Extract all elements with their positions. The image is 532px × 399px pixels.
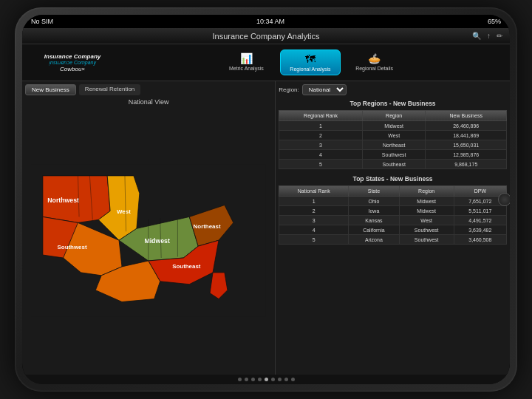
nav-area: Insurance Company ᴉnsuɹɐnɔe Company Cowb… (22, 44, 510, 81)
col-region: Region (362, 111, 426, 121)
carrier-label: No SIM (31, 18, 53, 25)
sub-content: New Business Renewal Retention National … (22, 81, 510, 375)
tab-regional[interactable]: 🗺 Regional Analysis (280, 50, 340, 75)
table-row: 4Southwest12,985,876 (279, 150, 507, 160)
title-bar: Insurance Company Analytics 🔍 ↑ ✏ (22, 28, 510, 44)
ipad-screen: No SIM 10:34 AM 65% Insurance Company An… (22, 15, 510, 384)
col-state: State (349, 186, 399, 197)
share-icon[interactable]: ↑ (487, 32, 491, 40)
tab-details-label: Regional Details (355, 66, 393, 71)
table-row: 1Midwest26,460,896 (279, 121, 507, 131)
col-dpw: DPW (454, 186, 506, 197)
battery-label: 65% (488, 18, 501, 25)
top-states-table: National Rank State Region DPW 1OhioMidw… (279, 185, 507, 245)
dot-1 (238, 378, 242, 381)
region-select[interactable]: National (302, 84, 347, 95)
tab-metric-label: Metric Analysis (229, 66, 264, 71)
table-row: 2IowaMidwest5,511,017 (279, 206, 507, 216)
col-nat-rank: National Rank (279, 186, 349, 197)
logo-area: Insurance Company ᴉnsuɹɐnɔe Company Cowb… (28, 53, 117, 72)
col-new-biz: New Business (426, 111, 507, 121)
right-panel: Region: National Top Regions - New Busin… (276, 81, 510, 375)
region-selector: Region: National (279, 84, 507, 95)
table-row: 3KansasWest4,491,572 (279, 216, 507, 225)
left-panel: New Business Renewal Retention National … (22, 81, 276, 375)
logo-line1: Insurance Company (28, 53, 117, 60)
svg-text:West: West (117, 208, 131, 215)
map-container: Northwest West Midwest Southwest Northea… (25, 109, 272, 372)
map-title: National View (25, 98, 272, 106)
sub-tab-renewal[interactable]: Renewal Retention (79, 84, 141, 95)
dot-3 (251, 378, 255, 381)
table-row: 5ArizonaSouthwest3,460,508 (279, 235, 507, 245)
metric-icon: 📊 (240, 52, 253, 64)
top-regions-title: Top Regions - New Business (279, 100, 507, 107)
usa-map: Northwest West Midwest Southwest Northea… (31, 122, 265, 358)
svg-text:Northeast: Northeast (194, 223, 221, 230)
table-row: 5Southeast9,868,175 (279, 160, 507, 169)
edit-icon[interactable]: ✏ (497, 32, 502, 40)
region-label: Region: (279, 86, 299, 93)
dot-5 (265, 378, 268, 381)
nav-tabs: 📊 Metric Analysis 🗺 Regional Analysis 🥧 … (117, 50, 504, 75)
title-bar-icons: 🔍 ↑ ✏ (472, 32, 502, 40)
col-region: Region (399, 186, 454, 197)
status-bar: No SIM 10:34 AM 65% (22, 15, 510, 28)
dot-6 (271, 378, 275, 381)
svg-text:Southwest: Southwest (58, 244, 87, 250)
table-row: 1OhioMidwest7,651,072 (279, 197, 507, 206)
home-button[interactable] (498, 193, 510, 206)
sub-tabs: New Business Renewal Retention (25, 84, 272, 95)
dot-8 (284, 378, 288, 381)
logo-line3: Cowbou× (28, 66, 117, 72)
page-dots (22, 375, 510, 384)
tab-details[interactable]: 🥧 Regional Details (345, 50, 404, 75)
tab-regional-label: Regional Analysis (290, 66, 330, 72)
regional-icon: 🗺 (305, 53, 316, 65)
details-icon: 🥧 (368, 52, 381, 64)
dot-7 (278, 378, 282, 381)
time-label: 10:34 AM (256, 18, 284, 25)
tab-metric[interactable]: 📊 Metric Analysis (216, 50, 276, 75)
ipad-frame: No SIM 10:34 AM 65% Insurance Company An… (15, 7, 517, 392)
table-row: 3Northeast15,650,031 (279, 140, 507, 150)
app-title: Insurance Company Analytics (213, 32, 320, 41)
dot-4 (258, 378, 262, 381)
sub-tab-new-business[interactable]: New Business (25, 84, 76, 95)
search-icon[interactable]: 🔍 (472, 32, 481, 40)
dot-9 (291, 378, 295, 381)
top-regions-table: Regional Rank Region New Business 1Midwe… (279, 110, 507, 169)
dot-2 (245, 378, 248, 381)
logo-line2: ᴉnsuɹɐnɔe Company (28, 60, 117, 66)
table-row: 2West18,441,869 (279, 131, 507, 140)
main-content: Insurance Company ᴉnsuɹɐnɔe Company Cowb… (22, 44, 510, 384)
top-states-title: Top States - New Business (279, 175, 507, 183)
svg-text:Southeast: Southeast (173, 263, 202, 270)
svg-text:Northwest: Northwest (48, 196, 80, 203)
col-rank: Regional Rank (279, 111, 363, 121)
table-row: 4CaliforniaSouthwest3,639,482 (279, 225, 507, 235)
